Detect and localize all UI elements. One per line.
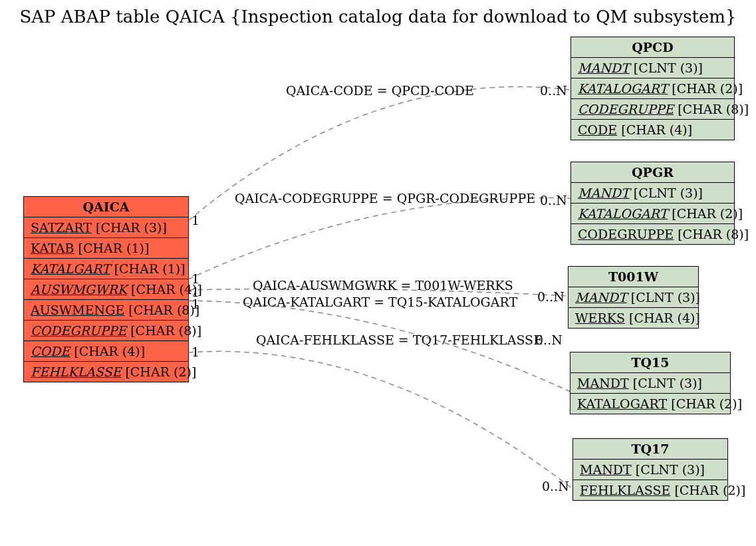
- entity-qpgr-header: QPGR: [571, 162, 734, 183]
- table-row: CODE [CHAR (4)]: [24, 341, 188, 362]
- table-row: KATALOGART [CHAR (2)]: [570, 394, 730, 414]
- entity-qpcd-header: QPCD: [571, 37, 734, 58]
- entity-qaica-header: QAICA: [24, 197, 188, 217]
- entity-qaica: QAICA SATZART [CHAR (3)] KATAB [CHAR (1)…: [23, 196, 189, 382]
- relation-label: QAICA-CODE = QPCD-CODE: [286, 83, 474, 98]
- entity-tq15-header: TQ15: [570, 352, 730, 373]
- entity-tq17-header: TQ17: [573, 439, 727, 460]
- relation-label: QAICA-FEHLKLASSE = TQ17-FEHLKLASSE: [256, 333, 543, 347]
- table-row: CODEGRUPPE [CHAR (8)]: [24, 321, 188, 341]
- entity-tq17: TQ17 MANDT [CLNT (3)] FEHLKLASSE [CHAR (…: [572, 438, 728, 501]
- cardinality-left: 1: [191, 297, 199, 311]
- cardinality-left: 1: [191, 271, 199, 286]
- entity-qpcd: QPCD MANDT [CLNT (3)] KATALOGART [CHAR (…: [570, 37, 735, 140]
- table-row: MANDT [CLNT (3)]: [571, 183, 734, 204]
- table-row: KATALOGART [CHAR (2)]: [571, 204, 734, 224]
- table-row: SATZART [CHAR (3)]: [24, 217, 188, 238]
- table-row: KATAB [CHAR (1)]: [24, 238, 188, 259]
- cardinality-left: 1: [191, 213, 199, 227]
- table-row: MANDT [CLNT (3)]: [571, 58, 734, 78]
- table-row: KATALOGART [CHAR (2)]: [571, 78, 734, 99]
- table-row: FEHLKLASSE [CHAR (2)]: [573, 480, 727, 500]
- cardinality-right: 0..N: [542, 479, 569, 493]
- cardinality-right: 0..N: [535, 333, 563, 347]
- table-row: WERKS [CHAR (4)]: [568, 308, 698, 328]
- cardinality-right: 0..N: [540, 83, 567, 98]
- table-row: CODEGRUPPE [CHAR (8)]: [571, 224, 734, 244]
- entity-t001w-header: T001W: [568, 267, 698, 287]
- table-row: CODEGRUPPE [CHAR (8)]: [571, 99, 734, 120]
- diagram-title: SAP ABAP table QAICA {Inspection catalog…: [0, 7, 756, 27]
- table-row: CODE [CHAR (4)]: [571, 120, 734, 140]
- cardinality-right: 0..N: [537, 289, 565, 304]
- entity-t001w: T001W MANDT [CLNT (3)] WERKS [CHAR (4)]: [568, 266, 699, 329]
- entity-tq15: TQ15 MANDT [CLNT (3)] KATALOGART [CHAR (…: [570, 352, 731, 414]
- table-row: KATALGART [CHAR (1)]: [24, 259, 188, 279]
- table-row: MANDT [CLNT (3)]: [573, 460, 727, 480]
- table-row: AUSWMENGE [CHAR (8)]: [24, 300, 188, 321]
- table-row: MANDT [CLNT (3)]: [570, 373, 730, 394]
- cardinality-left: 1: [191, 344, 199, 359]
- relation-label: QAICA-AUSWMGWRK = T001W-WERKS: [253, 278, 513, 293]
- table-row: AUSWMGWRK [CHAR (4)]: [24, 279, 188, 300]
- table-row: FEHLKLASSE [CHAR (2)]: [24, 362, 188, 382]
- diagram-canvas: SAP ABAP table QAICA {Inspection catalog…: [0, 0, 756, 546]
- table-row: MANDT [CLNT (3)]: [568, 287, 698, 308]
- relation-label: QAICA-KATALGART = TQ15-KATALOGART: [243, 295, 517, 309]
- relation-label: QAICA-CODEGRUPPE = QPGR-CODEGRUPPE: [235, 191, 535, 205]
- cardinality-right: 0..N: [540, 193, 567, 207]
- entity-qpgr: QPGR MANDT [CLNT (3)] KATALOGART [CHAR (…: [570, 162, 735, 245]
